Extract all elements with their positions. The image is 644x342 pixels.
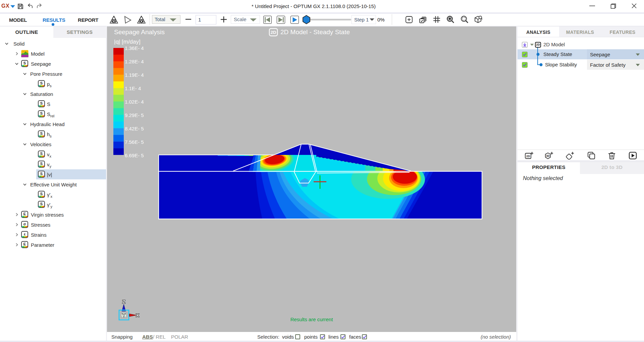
svg-text:3D: 3D xyxy=(546,154,550,158)
svg-text:1.1E- 4: 1.1E- 4 xyxy=(125,86,141,91)
svg-text:2D: 2D xyxy=(271,30,276,35)
svg-text:1.02E- 4: 1.02E- 4 xyxy=(125,99,144,105)
svg-text:6.69E- 5: 6.69E- 5 xyxy=(125,153,144,158)
svg-text:1.19E- 4: 1.19E- 4 xyxy=(125,72,144,78)
svg-text:Z: Z xyxy=(122,299,125,304)
svg-text:Results are current: Results are current xyxy=(290,317,333,322)
svg-text:X: X xyxy=(136,313,139,318)
svg-text:Seepage Analysis: Seepage Analysis xyxy=(114,28,165,36)
svg-text:|q| [m/day]: |q| [m/day] xyxy=(114,39,141,45)
svg-text:9.29E- 5: 9.29E- 5 xyxy=(125,112,144,118)
svg-text:7.56E- 5: 7.56E- 5 xyxy=(125,139,144,145)
svg-text:1.28E- 4: 1.28E- 4 xyxy=(125,59,144,64)
svg-text:1.36E- 4: 1.36E- 4 xyxy=(125,45,144,51)
svg-text:Y: Y xyxy=(122,313,125,318)
svg-text:2D: 2D xyxy=(526,155,530,158)
svg-text:2D Model - Steady State: 2D Model - Steady State xyxy=(280,28,350,36)
svg-text:8.42E- 5: 8.42E- 5 xyxy=(125,126,144,131)
